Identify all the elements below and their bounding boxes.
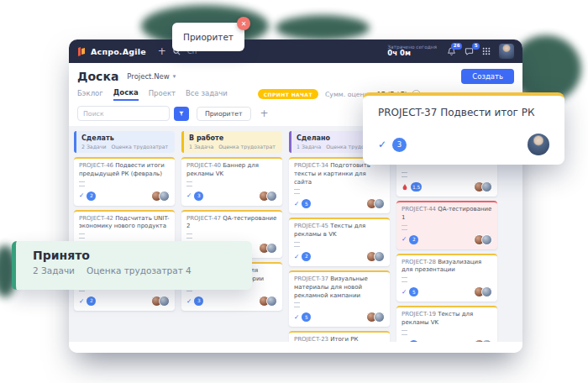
chevron-down-icon: ▾: [173, 73, 176, 80]
app-window: Аспро.Agile + Сп Затрачено сегодня 0ч 0м…: [69, 39, 522, 353]
card-footer: ✓5: [402, 286, 492, 297]
project-name: Project.New: [127, 72, 169, 81]
card-footer: ✓2: [79, 296, 170, 307]
accepted-column-callout: Принято 2 Задачи Оценка трудозатрат 4: [12, 241, 252, 290]
search-input[interactable]: [77, 106, 170, 121]
apps-grid-icon[interactable]: [482, 47, 491, 55]
assignee-avatars: [366, 312, 385, 323]
assignee-avatars: [259, 243, 277, 254]
card-meta: ✓3: [186, 296, 203, 306]
avatar: [266, 243, 277, 254]
task-card[interactable]: PROJECT-28 Визуализация для презентации✓…: [396, 254, 497, 302]
description-icon: [294, 189, 300, 194]
priority-callout: Приоритет ✕: [172, 23, 244, 51]
messages-badge: 5: [472, 43, 480, 50]
assignee-avatars: [474, 234, 492, 245]
task-card[interactable]: PROJECT-40 Баннер для рекламы VK✓3: [181, 157, 282, 206]
add-filter-button[interactable]: +: [260, 108, 269, 118]
page-title: Доска: [77, 70, 118, 83]
task-title: PROJECT-28 Визуализация для презентации: [402, 259, 492, 275]
task-card[interactable]: PROJECT-45 Тексты для рекламы в VK✓2: [289, 218, 390, 266]
assignee-avatars: [151, 296, 170, 307]
column-task-count: 2 Задачи: [33, 265, 75, 275]
card-footer: ✓5: [294, 312, 385, 323]
avatar: [374, 198, 385, 209]
task-id: PROJECT-40: [186, 162, 223, 169]
avatar: [159, 296, 170, 307]
avatar: [528, 134, 549, 155]
card-footer: ✓3: [186, 296, 277, 307]
task-title: PROJECT-40 Баннер для рекламы VK: [186, 162, 277, 179]
column-title: Принято: [33, 249, 252, 262]
card-meta: ✓2: [79, 296, 96, 306]
column-title: В работе: [189, 134, 277, 142]
app-logo[interactable]: Аспро.Agile: [77, 47, 146, 56]
done-check-icon: ✓: [378, 139, 386, 150]
close-icon[interactable]: ✕: [237, 17, 250, 30]
done-check-icon: ✓: [294, 201, 299, 207]
done-check-icon: ✓: [186, 192, 192, 199]
tab-all-tasks[interactable]: Все задачи: [186, 89, 228, 100]
window-footer: [69, 342, 522, 353]
assignee-avatars: [151, 191, 170, 202]
task-card[interactable]: PROJECT-44 QA-тестирование 1✓2: [396, 201, 497, 249]
notifications-badge: 26: [451, 43, 462, 50]
column-title: Сделать: [81, 134, 170, 142]
task-card[interactable]: PROJECT-19 Тексты для рекламы VK✓5: [396, 306, 497, 342]
task-card[interactable]: PROJECT-34 Подготовить тексты и картинки…: [289, 157, 390, 213]
tab-project[interactable]: Проект: [149, 89, 176, 100]
logo-icon: [77, 47, 87, 56]
task-id: PROJECT-23: [294, 336, 330, 342]
card-footer: ✓3: [186, 191, 277, 202]
column-task-count: 1 Задача: [297, 144, 321, 150]
task-id: PROJECT-42: [79, 215, 115, 222]
user-avatar[interactable]: [499, 44, 514, 59]
task-card[interactable]: PROJECT-46 Подвести итоги предыдущей РК …: [74, 157, 175, 206]
estimate-badge: 3: [194, 192, 203, 201]
card-footer: ✓ 3: [378, 134, 549, 155]
column-estimate: Оценка трудозатрат 4: [111, 144, 170, 150]
project-selector[interactable]: Project.New ▾: [127, 72, 176, 81]
column-header: В работе 1 Задача Оценка трудозатрат 3: [181, 131, 282, 153]
card-meta: 1.5: [402, 182, 422, 192]
notifications-button[interactable]: 26: [447, 47, 456, 56]
navbar-right: Затрачено сегодня 0ч 0м 26 5: [387, 44, 514, 59]
tab-board[interactable]: Доска: [113, 88, 139, 101]
done-check-icon: ✓: [79, 192, 84, 199]
card-footer: ✓5: [294, 198, 385, 209]
tab-backlog[interactable]: Бэклог: [77, 89, 103, 100]
card-meta: ✓2: [402, 235, 418, 244]
time-tracker[interactable]: Затрачено сегодня 0ч 0м: [387, 45, 437, 58]
task-card[interactable]: PROJECT-37 Визуальные материалы для ново…: [289, 270, 390, 327]
task-id: PROJECT-34: [294, 162, 330, 169]
estimate-badge: 2: [409, 235, 418, 244]
foliage-decoration: [276, 15, 370, 40]
task-id: PROJECT-46: [79, 162, 115, 169]
messages-button[interactable]: 5: [465, 47, 474, 56]
task-card-callout[interactable]: PROJECT-37 Подвести итог РК ✓ 3: [363, 92, 564, 165]
card-meta: ✓5: [294, 199, 311, 208]
avatar: [266, 191, 277, 202]
avatar: [266, 296, 277, 307]
filter-button[interactable]: [174, 107, 189, 121]
time-tracker-value: 0ч 0м: [387, 50, 437, 58]
avatar: [481, 234, 492, 245]
task-card[interactable]: PROJECT-23 Итоги РК✓5: [289, 331, 390, 342]
done-check-icon: ✓: [294, 314, 299, 321]
quick-add-icon[interactable]: +: [158, 46, 166, 56]
task-title: PROJECT-34 Подготовить тексты и картинки…: [294, 162, 385, 186]
brand-name: Аспро.Agile: [91, 47, 146, 56]
estimate-badge: 5: [302, 199, 311, 208]
card-meta: ✓2: [79, 192, 96, 201]
description-icon: [402, 330, 407, 335]
estimate-badge: 1.5: [411, 182, 422, 192]
sprint-status-badge: СПРИНТ НАЧАТ: [258, 89, 318, 99]
task-title: PROJECT-44 QA-тестирование 1: [402, 206, 492, 223]
priority-filter-chip[interactable]: Приоритет: [197, 107, 251, 121]
create-button[interactable]: Создать: [461, 69, 514, 84]
description-icon: [79, 233, 85, 239]
done-check-icon: ✓: [79, 298, 84, 305]
card-meta: ✓2: [294, 252, 311, 261]
task-title: PROJECT-23 Итоги РК: [294, 336, 385, 342]
task-title: PROJECT-37 Визуальные материалы для ново…: [294, 275, 385, 300]
